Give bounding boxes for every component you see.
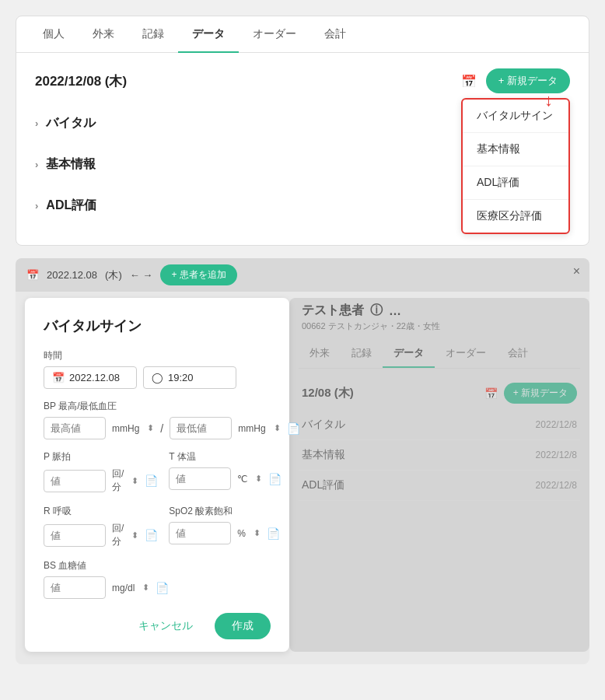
- p-spin[interactable]: ⬍: [131, 476, 138, 486]
- bs-row: mg/dl ⬍ 📄: [44, 576, 271, 599]
- bp-high-input[interactable]: [44, 417, 106, 439]
- add-patient-button[interactable]: + 患者を追加: [160, 264, 236, 285]
- date-right: 📅 + 新規データ ↓ バイタルサイン 基本情報 ADL評価 医療区分評価: [461, 68, 570, 93]
- header-left: 📅 2022.12.08 (木) ← → + 患者を追加: [26, 264, 237, 285]
- modal-title: バイタルサイン: [44, 317, 271, 335]
- date-input[interactable]: 📅 2022.12.08: [44, 366, 137, 389]
- section-basic-info-label: 基本情報: [46, 156, 96, 173]
- time-label: 時間: [44, 349, 271, 362]
- t-field-group: T 体温 ℃ ⬍ 📄: [169, 450, 282, 494]
- spo2-row: % ⬍ 📄: [169, 522, 280, 544]
- date-row: 2022/12/08 (木) 📅 + 新規データ ↓ バイタルサイン 基本情報 …: [16, 53, 589, 103]
- time-row: 📅 2022.12.08 ◯ 19:20: [44, 366, 271, 389]
- p-row: 回/分 ⬍ 📄: [44, 467, 158, 494]
- bs-label: BS 血糖値: [44, 559, 271, 572]
- section-vital-label: バイタル: [46, 115, 96, 131]
- right-panel: テスト患者 ⓘ … 00662 テストカンジャ・22歳・女性 外来 記録 データ…: [289, 298, 589, 652]
- r-doc-icon[interactable]: 📄: [145, 529, 158, 541]
- r-label: R 呼吸: [44, 505, 158, 518]
- date-value: 2022.12.08: [69, 372, 120, 383]
- new-data-dropdown: ↓ バイタルサイン 基本情報 ADL評価 医療区分評価: [461, 98, 570, 234]
- chevron-right-icon-3: ›: [35, 200, 38, 212]
- spo2-input[interactable]: [169, 522, 231, 544]
- bottom-panel: 📅 2022.12.08 (木) ← → + 患者を追加 × バイタルサイン 時…: [16, 258, 589, 664]
- bp-field-group: BP 最高/最低血圧 mmHg ⬍ / mmHg ⬍ 📄: [44, 400, 271, 439]
- bp-low-input[interactable]: [170, 417, 232, 439]
- bp-slash: /: [160, 422, 163, 435]
- t-input[interactable]: [169, 467, 231, 490]
- dropdown-adl[interactable]: ADL評価: [463, 166, 568, 200]
- p-unit: 回/分: [112, 467, 124, 494]
- calendar-icon-2: 📅: [26, 269, 39, 281]
- t-row: ℃ ⬍ 📄: [169, 467, 282, 490]
- bp-unit-low: mmHg: [238, 423, 265, 434]
- bp-label: BP 最高/最低血圧: [44, 400, 271, 413]
- nav-arrows[interactable]: ← →: [130, 269, 153, 281]
- r-input[interactable]: [44, 524, 106, 547]
- top-nav: 個人 外来 記録 データ オーダー 会計: [16, 16, 589, 53]
- dropdown-basic-info[interactable]: 基本情報: [463, 133, 568, 166]
- cancel-button[interactable]: キャンセル: [126, 613, 205, 639]
- header-date: 2022.12.08: [47, 269, 97, 281]
- clock-icon: ◯: [152, 372, 163, 383]
- nav-item-billing[interactable]: 会計: [310, 16, 360, 52]
- red-arrow-icon: ↓: [544, 92, 553, 109]
- calendar-icon[interactable]: 📅: [461, 74, 477, 89]
- close-icon[interactable]: ×: [573, 264, 580, 278]
- spo2-field-group: SpO2 酸素飽和 % ⬍ 📄: [169, 505, 280, 548]
- calendar-icon-3: 📅: [52, 372, 65, 383]
- time-input[interactable]: ◯ 19:20: [143, 366, 236, 389]
- time-value: 19:20: [168, 372, 194, 383]
- chevron-right-icon-2: ›: [35, 159, 38, 170]
- p-field-group: P 脈拍 回/分 ⬍ 📄: [44, 450, 158, 494]
- r-field-group: R 呼吸 回/分 ⬍ 📄: [44, 505, 158, 548]
- r-row: 回/分 ⬍ 📄: [44, 522, 158, 548]
- pt-row: P 脈拍 回/分 ⬍ 📄 T 体温 ℃ ⬍ 📄: [44, 450, 271, 505]
- p-label: P 脈拍: [44, 450, 158, 464]
- nav-item-data[interactable]: データ: [178, 16, 239, 52]
- t-spin[interactable]: ⬍: [255, 474, 262, 484]
- r-spo2-row: R 呼吸 回/分 ⬍ 📄 SpO2 酸素飽和 % ⬍ 📄: [44, 505, 271, 559]
- r-unit: 回/分: [112, 522, 124, 548]
- create-button[interactable]: 作成: [215, 613, 271, 639]
- bs-field-group: BS 血糖値 mg/dl ⬍ 📄: [44, 559, 271, 599]
- top-panel: 個人 外来 記録 データ オーダー 会計 2022/12/08 (木) 📅 + …: [16, 16, 589, 246]
- spin-up-down-high[interactable]: ⬍: [147, 423, 154, 433]
- bp-doc-icon[interactable]: 📄: [287, 422, 300, 435]
- t-doc-icon[interactable]: 📄: [268, 473, 282, 485]
- t-label: T 体温: [169, 450, 282, 464]
- modal-footer: キャンセル 作成: [44, 613, 271, 639]
- p-doc-icon[interactable]: 📄: [145, 474, 158, 487]
- nav-item-order[interactable]: オーダー: [239, 16, 310, 52]
- spo2-doc-icon[interactable]: 📄: [267, 527, 280, 540]
- spo2-label: SpO2 酸素飽和: [169, 505, 280, 518]
- new-data-button[interactable]: + 新規データ: [486, 68, 570, 93]
- bs-unit: mg/dl: [112, 583, 135, 593]
- section-adl-label: ADL評価: [46, 198, 96, 214]
- vital-sign-modal: バイタルサイン 時間 📅 2022.12.08 ◯ 19:20 BP 最: [25, 298, 289, 652]
- bp-row: mmHg ⬍ / mmHg ⬍ 📄: [44, 417, 271, 439]
- bottom-content: バイタルサイン 時間 📅 2022.12.08 ◯ 19:20 BP 最: [16, 298, 589, 652]
- overlay-dim: [289, 298, 589, 652]
- header-weekday: (木): [105, 268, 122, 282]
- bottom-header: 📅 2022.12.08 (木) ← → + 患者を追加 ×: [16, 258, 589, 292]
- spin-up-down-low[interactable]: ⬍: [274, 423, 281, 433]
- nav-item-outpatient[interactable]: 外来: [79, 16, 128, 52]
- bp-unit-high: mmHg: [112, 423, 139, 434]
- chevron-right-icon: ›: [35, 117, 38, 129]
- r-spin[interactable]: ⬍: [131, 530, 138, 541]
- bs-doc-icon[interactable]: 📄: [156, 582, 169, 594]
- current-date: 2022/12/08 (木): [35, 72, 127, 90]
- t-unit: ℃: [237, 474, 247, 485]
- nav-item-personal[interactable]: 個人: [29, 16, 79, 52]
- nav-item-record[interactable]: 記録: [128, 16, 178, 52]
- dropdown-medical-class[interactable]: 医療区分評価: [463, 200, 568, 233]
- bs-input[interactable]: [44, 576, 106, 599]
- bs-spin[interactable]: ⬍: [142, 583, 149, 593]
- time-field-group: 時間 📅 2022.12.08 ◯ 19:20: [44, 349, 271, 389]
- spo2-spin[interactable]: ⬍: [254, 528, 261, 538]
- spo2-unit: %: [237, 528, 246, 539]
- p-input[interactable]: [44, 470, 106, 492]
